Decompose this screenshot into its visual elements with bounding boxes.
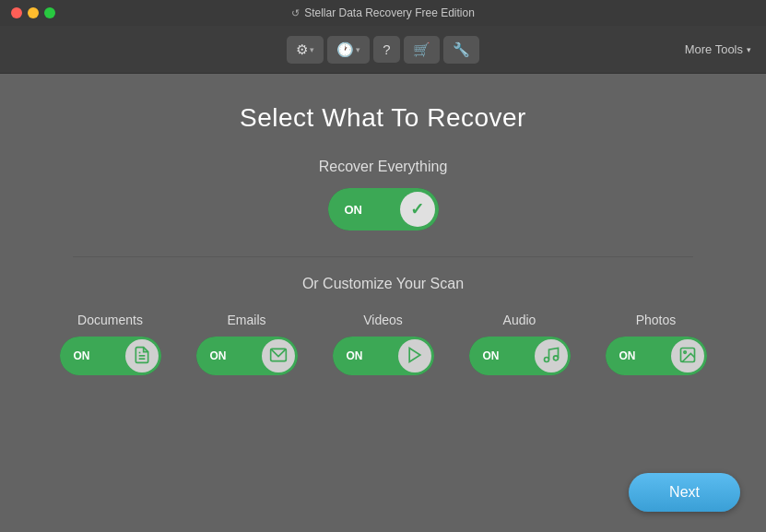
- videos-toggle-thumb: [398, 339, 431, 372]
- svg-point-4: [544, 357, 548, 361]
- close-button[interactable]: [11, 7, 22, 18]
- cart-button[interactable]: 🛒: [404, 36, 440, 64]
- more-tools-arrow: ▾: [747, 45, 751, 54]
- recover-everything-toggle[interactable]: ON ✓: [328, 188, 439, 231]
- category-item-videos: Videos ON: [333, 313, 434, 375]
- settings-button[interactable]: ⚙ ▾: [287, 36, 324, 64]
- category-label-videos: Videos: [363, 313, 403, 327]
- emails-toggle-on: ON: [210, 349, 227, 362]
- audio-icon: [542, 346, 560, 367]
- audio-toggle[interactable]: ON: [469, 337, 571, 375]
- maximize-button[interactable]: [44, 7, 55, 18]
- photos-toggle-thumb: [671, 339, 704, 372]
- category-label-photos: Photos: [636, 313, 677, 327]
- photos-toggle[interactable]: ON: [606, 337, 707, 375]
- history-arrow: ▾: [356, 45, 360, 54]
- videos-toggle-on: ON: [347, 349, 363, 362]
- emails-toggle[interactable]: ON: [196, 337, 298, 375]
- wrench-icon: 🔧: [453, 41, 470, 58]
- category-item-photos: Photos ON: [606, 313, 707, 375]
- toggle-thumb: ✓: [400, 192, 435, 227]
- gear-icon: ⚙: [296, 41, 308, 58]
- app-icon: ↺: [291, 7, 300, 19]
- category-label-emails: Emails: [227, 313, 265, 327]
- clock-icon: 🕐: [336, 41, 354, 58]
- videos-icon: [406, 346, 424, 367]
- help-icon: ?: [383, 41, 390, 57]
- audio-toggle-thumb: [535, 339, 568, 372]
- svg-marker-3: [409, 348, 420, 361]
- documents-toggle[interactable]: ON: [60, 337, 161, 375]
- svg-point-7: [683, 350, 686, 353]
- photos-toggle-on: ON: [619, 349, 636, 362]
- customize-scan-label: Or Customize Your Scan: [302, 276, 464, 292]
- settings-arrow: ▾: [310, 45, 314, 54]
- emails-toggle-thumb: [262, 339, 295, 372]
- app-title-text: Stellar Data Recovery Free Edition: [304, 6, 475, 19]
- documents-icon: [133, 346, 151, 367]
- divider: [73, 256, 692, 257]
- category-item-audio: Audio ON: [469, 313, 571, 375]
- category-item-documents: Documents ON: [60, 313, 161, 375]
- checkmark-icon: ✓: [410, 199, 424, 219]
- documents-toggle-thumb: [125, 339, 159, 372]
- toggle-on-label: ON: [345, 203, 363, 217]
- documents-toggle-on: ON: [74, 349, 90, 362]
- recover-everything-label: Recover Everything: [319, 159, 448, 175]
- toolbar-center: ⚙ ▾ 🕐 ▾ ? 🛒 🔧: [287, 36, 478, 64]
- photos-icon: [678, 346, 697, 367]
- videos-toggle[interactable]: ON: [333, 337, 434, 375]
- cart-icon: 🛒: [413, 41, 430, 58]
- help-button[interactable]: ?: [373, 36, 399, 63]
- category-item-emails: Emails ON: [196, 313, 298, 375]
- window-controls: [11, 7, 55, 18]
- audio-toggle-on: ON: [483, 349, 500, 362]
- main-content: Select What To Recover Recover Everythin…: [0, 74, 766, 532]
- page-title: Select What To Recover: [240, 103, 526, 133]
- minimize-button[interactable]: [28, 7, 39, 18]
- category-row: Documents ON Emails ON Videos ON Audio: [60, 313, 707, 375]
- wrench-button[interactable]: 🔧: [443, 36, 479, 64]
- emails-icon: [269, 346, 288, 367]
- next-button[interactable]: Next: [629, 473, 740, 512]
- svg-point-5: [553, 355, 558, 360]
- more-tools-label: More Tools: [685, 42, 743, 56]
- toolbar: ⚙ ▾ 🕐 ▾ ? 🛒 🔧 More Tools ▾: [0, 26, 766, 74]
- titlebar: ↺ Stellar Data Recovery Free Edition: [0, 0, 766, 26]
- category-label-audio: Audio: [503, 313, 536, 327]
- more-tools-button[interactable]: More Tools ▾: [685, 42, 751, 56]
- app-title: ↺ Stellar Data Recovery Free Edition: [291, 6, 475, 19]
- history-button[interactable]: 🕐 ▾: [327, 36, 370, 64]
- category-label-documents: Documents: [77, 313, 143, 327]
